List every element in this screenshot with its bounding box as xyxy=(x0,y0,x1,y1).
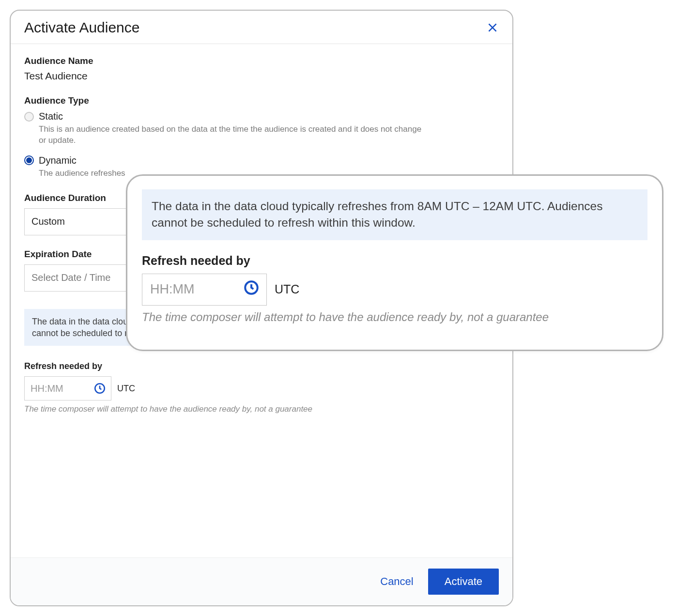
zoom-refresh-hint: The time composer will attempt to have t… xyxy=(142,310,647,324)
audience-name-label: Audience Name xyxy=(24,56,499,66)
duration-value: Custom xyxy=(31,216,65,227)
timezone-label: UTC xyxy=(117,384,135,394)
radio-static-row[interactable]: Static xyxy=(24,111,499,122)
zoom-callout: The data in the data cloud typically ref… xyxy=(126,174,663,351)
modal-footer: Cancel Activate xyxy=(11,557,512,605)
clock-icon xyxy=(93,382,106,395)
zoom-refresh-time-row: HH:MM UTC xyxy=(142,274,647,306)
refresh-time-input[interactable]: HH:MM xyxy=(24,376,111,400)
radio-dynamic-row[interactable]: Dynamic xyxy=(24,155,499,166)
refresh-time-placeholder: HH:MM xyxy=(31,383,63,394)
zoom-timezone-label: UTC xyxy=(275,282,299,296)
radio-static[interactable] xyxy=(24,112,34,122)
refresh-time-row: HH:MM UTC xyxy=(24,376,499,400)
clock-icon xyxy=(243,279,260,299)
activate-button[interactable]: Activate xyxy=(428,569,499,595)
zoom-refresh-time-placeholder: HH:MM xyxy=(150,282,194,297)
radio-static-help: This is an audience created based on the… xyxy=(39,124,426,146)
zoom-refresh-time-input[interactable]: HH:MM xyxy=(142,274,267,306)
modal-title: Activate Audience xyxy=(24,19,140,36)
modal-header: Activate Audience xyxy=(11,11,512,44)
radio-static-label: Static xyxy=(39,111,63,122)
cancel-button[interactable]: Cancel xyxy=(377,575,416,588)
close-icon[interactable] xyxy=(486,21,499,34)
zoom-refresh-info-banner: The data in the data cloud typically ref… xyxy=(142,189,647,240)
refresh-hint: The time composer will attempt to have t… xyxy=(24,404,499,414)
refresh-needed-by-label: Refresh needed by xyxy=(24,361,499,371)
radio-dynamic-label: Dynamic xyxy=(39,155,77,166)
expiration-placeholder: Select Date / Time xyxy=(31,272,110,283)
audience-name-value: Test Audience xyxy=(24,70,499,82)
zoom-refresh-needed-by-label: Refresh needed by xyxy=(142,254,647,268)
audience-type-label: Audience Type xyxy=(24,95,499,106)
radio-dynamic[interactable] xyxy=(24,155,34,165)
